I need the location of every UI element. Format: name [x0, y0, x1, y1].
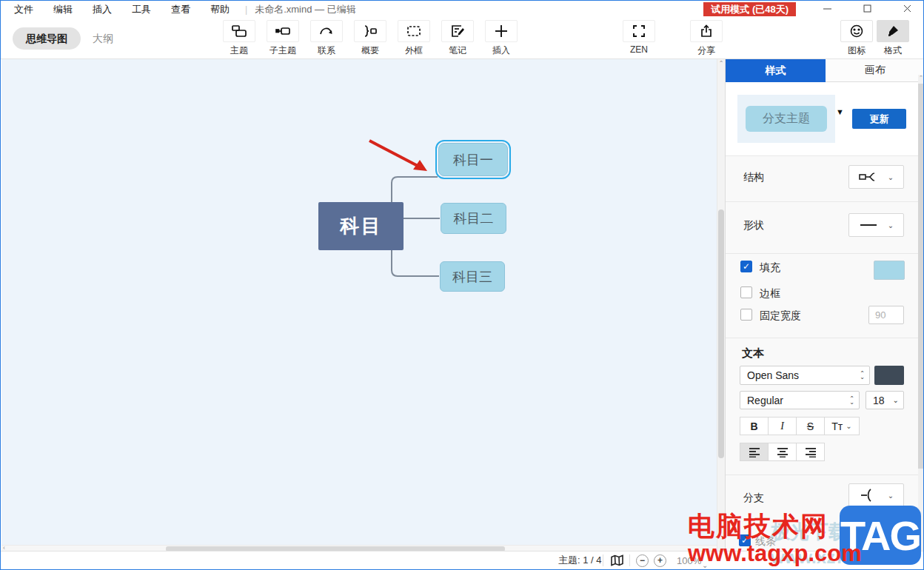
line-checkbox[interactable]: [739, 534, 751, 546]
italic-button[interactable]: I: [768, 417, 797, 435]
statusbar: 主题: 1 / 4 − + 100% ⌄: [1, 551, 923, 569]
shape-line-icon: [859, 218, 878, 232]
fill-label: 填充: [760, 261, 780, 275]
fill-checkbox[interactable]: [740, 261, 752, 272]
annotation-arrow: [369, 141, 427, 171]
panel-scrollbar[interactable]: ⌃: [918, 75, 924, 552]
structure-label: 结构: [743, 171, 764, 184]
branch-dropdown[interactable]: ⌄: [848, 483, 904, 507]
menu-insert[interactable]: 插入: [93, 3, 112, 16]
font-color-swatch[interactable]: [874, 366, 904, 385]
menu-edit[interactable]: 编辑: [53, 3, 73, 16]
align-left-button[interactable]: [740, 443, 769, 461]
topic-count: 主题: 1 / 4: [558, 551, 602, 569]
zoom-in-button[interactable]: +: [654, 551, 666, 569]
mindmap-connectors: [1, 59, 717, 552]
subtopic-button[interactable]: 子主题: [267, 20, 299, 57]
shape-dropdown[interactable]: ⌄: [848, 213, 904, 237]
icon-markers-button[interactable]: 图标: [840, 20, 873, 57]
relationship-button[interactable]: 联系: [310, 20, 343, 57]
menu-help[interactable]: 帮助: [210, 3, 230, 16]
structure-dropdown[interactable]: ⌄: [848, 165, 904, 189]
menu-tools[interactable]: 工具: [132, 3, 151, 16]
updown-chevrons-icon: ⌃⌄: [849, 397, 854, 404]
chevron-down-icon: ⌄: [888, 221, 894, 229]
canvas-vertical-scrollbar[interactable]: ⌃: [717, 59, 725, 552]
updown-chevrons-icon: ⌃⌄: [860, 372, 865, 379]
chevron-down-icon: ⌄: [893, 398, 899, 402]
insert-button[interactable]: 插入: [485, 20, 518, 57]
boundary-button[interactable]: 外框: [398, 20, 430, 57]
scroll-up-icon[interactable]: ⌃: [918, 75, 924, 81]
align-right-icon: [805, 447, 817, 457]
tab-canvas[interactable]: 画布: [826, 59, 924, 82]
smiley-icon: [840, 20, 873, 42]
chevron-down-icon: ⌄: [888, 173, 894, 181]
trial-mode-badge[interactable]: 试用模式 (已48天): [703, 2, 796, 16]
style-preview-section: 分支主题 ▼ 更新: [726, 82, 924, 156]
panel-scroll-thumb[interactable]: [918, 84, 924, 469]
insert-icon: [485, 20, 518, 42]
fixed-width-input[interactable]: 90: [868, 306, 904, 324]
minimize-icon[interactable]: [818, 4, 836, 15]
chevron-down-icon: ⌄: [846, 422, 851, 430]
chevron-down-icon: ⌄: [888, 492, 894, 500]
font-weight-select[interactable]: Regular ⌃⌄: [740, 391, 860, 409]
zen-button[interactable]: ZEN: [623, 20, 655, 55]
titlebar: 文件 编辑 插入 工具 查看 帮助 | 未命名.xmind — 已编辑 试用模式…: [1, 1, 923, 18]
line-label: 线条: [755, 535, 776, 549]
summary-button[interactable]: 概要: [354, 20, 386, 57]
strikethrough-button[interactable]: S: [796, 417, 825, 435]
align-center-icon: [777, 447, 789, 457]
summary-icon: [354, 20, 386, 42]
zoom-out-button[interactable]: −: [636, 551, 649, 569]
map-overview-icon[interactable]: [610, 551, 624, 569]
format-panel-tabs: 样式 画布: [726, 59, 924, 82]
share-button[interactable]: 分享: [690, 20, 723, 57]
topic-style-preview[interactable]: 分支主题: [737, 95, 835, 143]
bold-button[interactable]: B: [740, 417, 769, 435]
border-checkbox[interactable]: [740, 286, 752, 298]
fill-color-swatch[interactable]: [874, 261, 905, 280]
align-right-button[interactable]: [796, 443, 825, 461]
scroll-up-icon[interactable]: ⌃: [717, 60, 725, 67]
menu-view[interactable]: 查看: [171, 3, 190, 16]
tab-style[interactable]: 样式: [726, 59, 826, 82]
zen-mode-icon: [623, 20, 655, 42]
mindmap-child-node-selected[interactable]: 科目一: [438, 143, 508, 176]
maximize-icon[interactable]: [858, 4, 876, 15]
align-left-icon: [749, 447, 760, 457]
zoom-chevron-icon[interactable]: ⌄: [702, 556, 708, 570]
mindmap-child-node[interactable]: 科目二: [441, 203, 506, 234]
tab-outline-view[interactable]: 大纲: [93, 27, 113, 50]
mindmap-root-node[interactable]: 科目: [318, 202, 404, 250]
font-family-select[interactable]: Open Sans ⌃⌄: [740, 366, 870, 385]
mindmap-child-node[interactable]: 科目三: [440, 261, 505, 292]
close-icon[interactable]: [898, 4, 916, 15]
topic-icon: [223, 20, 255, 42]
document-title: 未命名.xmind — 已编辑: [255, 3, 356, 16]
menu-file[interactable]: 文件: [14, 3, 33, 16]
branch-style-icon: [859, 488, 878, 503]
vertical-scroll-thumb[interactable]: [718, 209, 724, 458]
title-separator: |: [245, 4, 247, 15]
font-size-select[interactable]: 18 ⌄: [866, 391, 904, 409]
plus-icon: +: [654, 554, 666, 567]
tab-mindmap-view[interactable]: 思维导图: [13, 27, 81, 50]
update-style-button[interactable]: 更新: [852, 109, 906, 129]
align-center-button[interactable]: [768, 443, 797, 461]
fixed-width-checkbox[interactable]: [740, 309, 752, 321]
text-case-button[interactable]: Tт ⌄: [824, 417, 860, 435]
format-button[interactable]: 格式: [877, 20, 909, 57]
notes-button[interactable]: 笔记: [441, 20, 474, 57]
structure-logic-chart-icon: [859, 170, 878, 184]
xmind-window: 文件 编辑 插入 工具 查看 帮助 | 未命名.xmind — 已编辑 试用模式…: [0, 0, 924, 570]
share-icon: [690, 20, 723, 42]
fixed-width-label: 固定宽度: [760, 309, 801, 323]
toolbar: 思维导图 大纲 主题 子主题 联系: [1, 18, 923, 59]
mindmap-canvas[interactable]: 科目 科目一 科目二 科目三 ‹: [1, 59, 717, 552]
preview-dropdown-icon[interactable]: ▼: [836, 107, 844, 116]
topic-button[interactable]: 主题: [223, 20, 255, 57]
branch-topic-preview[interactable]: 分支主题: [746, 106, 827, 132]
zoom-level[interactable]: 100%: [677, 551, 701, 569]
